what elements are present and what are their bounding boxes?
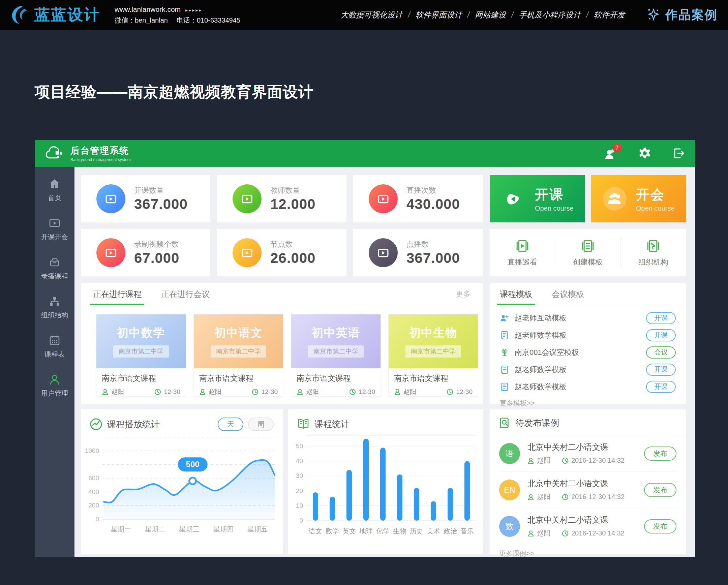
people-icon [602,186,627,211]
sidebar-item-label: 开课开会 [41,233,68,242]
course-card-初中数学[interactable]: 初中数学 南京市第二中学 南京市语文课程 赵阳 12-30 [96,314,186,397]
nav-item-2[interactable]: 软件界面设计 [410,10,467,20]
template-name: 赵老师数学模板 [515,382,567,392]
more-lessons-link[interactable]: 更多课例>> [499,549,686,558]
svg-text:星期三: 星期三 [179,525,200,533]
tab-正在进行课程[interactable]: 正在进行课程 [93,283,141,305]
template-row: 南京001会议室模板 会议 [500,344,676,361]
template-action-button[interactable]: 开课 [646,329,676,341]
site-url[interactable]: www.lanlanwork.com [114,5,181,13]
notifications-button[interactable]: 7 [605,147,618,160]
sidebar-item-首页[interactable]: 首页 [48,178,61,203]
tab-会议模板[interactable]: 会议模板 [552,283,584,305]
stat-video-play-icon [369,184,398,213]
more-templates-link[interactable]: 更多模板>> [500,399,686,408]
more-link[interactable]: 更多 [456,289,470,299]
podium-icon [500,348,509,357]
stat-video-play-icon [233,184,262,213]
course-subject: 初中数学 [117,325,165,341]
nav-item-1[interactable]: 大数据可视化设计 [335,10,408,20]
book-icon [297,418,310,430]
cloud-logo-icon [45,145,65,161]
settings-button[interactable] [638,147,651,160]
svg-text:星期五: 星期五 [248,525,268,533]
sidebar-item-label: 首页 [48,193,61,203]
template-name: 赵老师数学模板 [515,330,567,340]
sidebar-item-组织结构[interactable]: 组织结构 [41,295,68,320]
lesson-teacher: 赵阳 [537,529,550,538]
subject-avatar: EN [499,480,520,500]
svg-text:30: 30 [296,472,303,479]
publish-button[interactable]: 发布 [644,483,676,497]
sidebar-item-开课开会[interactable]: 开课开会 [41,217,68,242]
course-name: 南京市语文课程 [394,373,472,383]
svg-text:20: 20 [296,487,303,494]
templates-panel: 课程模板会议模板 赵老师互动模板 开课 赵老师数学模板 开课 南京001会议室模… [490,283,686,404]
course-card-初中生物[interactable]: 初中生物 南京市第二中学 南京市语文课程 赵阳 12-30 [388,314,478,397]
sidebar-item-录播课程[interactable]: 录播课程 [41,257,68,281]
portfolio-link[interactable]: 作品案例 [646,7,718,23]
logout-button[interactable] [672,147,685,160]
lesson-title: 北京中关村二小语文课 [527,478,625,489]
app-subtitle: Background management system [71,157,131,162]
logout-icon [672,147,685,160]
course-subject: 初中生物 [409,325,458,341]
course-banner: 初中英语 南京市第二中学 [291,314,381,368]
template-action-button[interactable]: 会议 [646,346,676,358]
gear-icon [638,147,651,160]
org-icon [49,295,60,307]
svg-text:政治: 政治 [444,527,457,535]
trend-circle-icon [90,418,102,431]
quick-action-label: 组织机构 [638,257,668,267]
big-button-开课[interactable]: 开课 Open course [490,175,585,222]
subject-avatar: 语 [499,443,520,464]
sidebar-item-用户管理[interactable]: 用户管理 [41,374,68,398]
site-nav: 大数据可视化设计/软件界面设计/网站建设/手机及小程序设计/软件开发 [335,10,630,20]
person-icon [527,494,534,500]
publish-button[interactable]: 发布 [644,447,676,461]
stat-value: 430.000 [407,196,460,212]
nav-item-3[interactable]: 网站建设 [469,10,511,20]
stat-label: 直播次数 [407,185,460,195]
stat-card-开课数量: 开课数量 367.000 [81,175,210,222]
course-subject: 初中英语 [312,325,360,341]
stat-card-点播数: 点播数 367.000 [353,229,483,276]
svg-text:生物: 生物 [393,527,407,535]
course-time: 12-30 [261,388,278,396]
sidebar-item-课程表[interactable]: 课程表 [45,335,65,359]
quick-action-组织机构[interactable]: 组织机构 [621,238,686,267]
template-action-button[interactable]: 开课 [646,312,676,324]
course-teacher: 赵阳 [111,388,124,396]
svg-text:语文: 语文 [309,527,322,535]
svg-text:历史: 历史 [410,527,423,535]
course-play-chart-card: 课程播放统计 天周 02004006001000星期一星期二星期三星期四星期五5… [81,409,283,554]
nav-item-5[interactable]: 软件开发 [589,10,630,20]
quick-action-创建模板[interactable]: 创建模板 [555,238,620,267]
course-card-初中英语[interactable]: 初中英语 南京市第二中学 南京市语文课程 赵阳 12-30 [291,314,381,397]
template-action-button[interactable]: 开课 [646,381,676,393]
course-stats-bar-chart: 01020304050语文数学英文地理化学生物历史美术政治音乐 [288,430,483,550]
big-button-title: 开课 [535,185,574,204]
line-chart-title: 课程播放统计 [107,419,160,430]
lesson-datetime: 2016-12-30 14:32 [571,493,625,501]
tab-课程模板[interactable]: 课程模板 [500,283,532,305]
lesson-datetime: 2016-12-30 14:32 [571,529,625,537]
tab-正在进行会议[interactable]: 正在进行会议 [161,283,210,305]
sidebar-item-label: 用户管理 [41,389,68,398]
phone-number: 电话：010-63334945 [177,17,240,24]
stat-card-直播次数: 直播次数 430.000 [353,175,483,222]
stat-video-play-icon [369,238,398,267]
lesson-teacher: 赵阳 [537,492,550,501]
toggle-天[interactable]: 天 [218,418,243,431]
big-button-开会[interactable]: 开会 Open course [591,175,686,222]
course-card-初中语文[interactable]: 初中语文 南京市第二中学 南京市语文课程 赵阳 12-30 [193,314,283,397]
publish-item: EN 北京中关村二小语文课 赵阳 2016-12-30 14:32 发布 [499,472,676,508]
template-action-button[interactable]: 开课 [646,364,676,376]
nav-item-4[interactable]: 手机及小程序设计 [514,10,587,20]
publish-button[interactable]: 发布 [644,519,676,533]
quick-action-直播巡看[interactable]: 直播巡看 [490,238,555,267]
svg-text:500: 500 [186,460,200,469]
toggle-周[interactable]: 周 [248,418,274,431]
app-header: 后台管理系统 Background management system 7 [35,140,695,167]
site-banner: 蓝蓝设计 www.lanlanwork.com▸▸▸▸▸ 微信：ben_lanl… [0,0,728,30]
